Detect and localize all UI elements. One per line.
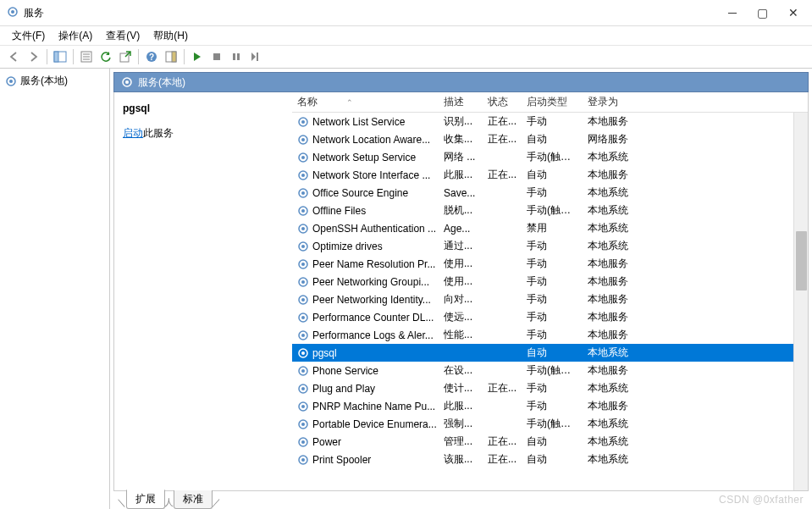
- service-row[interactable]: Peer Name Resolution Pr...使用...手动本地服务: [292, 255, 808, 273]
- service-desc: 在设...: [439, 363, 483, 378]
- svg-point-18: [9, 80, 13, 83]
- menu-help[interactable]: 帮助(H): [148, 27, 193, 45]
- col-startup[interactable]: 启动类型: [522, 92, 583, 112]
- vertical-scrollbar[interactable]: [793, 113, 808, 490]
- service-row[interactable]: Print Spooler该服...正在...自动本地系统: [292, 451, 808, 468]
- service-logon: 本地服务: [583, 363, 650, 378]
- service-desc: 使远...: [439, 310, 483, 324]
- show-hide-tree-button[interactable]: [51, 47, 69, 66]
- service-logon: 本地服务: [583, 310, 650, 324]
- service-status: 正在...: [483, 132, 522, 147]
- service-row[interactable]: Portable Device Enumera...强制...手动(触发...本…: [292, 415, 808, 433]
- menu-action[interactable]: 操作(A): [53, 27, 97, 45]
- service-row[interactable]: Network List Service识别...正在...手动本地服务: [292, 113, 808, 130]
- maximize-button[interactable]: ▢: [757, 6, 768, 19]
- service-row[interactable]: PNRP Machine Name Pu...此服...手动本地服务: [292, 397, 808, 415]
- service-logon: 本地系统: [583, 417, 650, 431]
- service-name: Performance Counter DL...: [312, 312, 434, 324]
- service-startup: 手动: [522, 114, 583, 129]
- tab-extended[interactable]: 扩展: [126, 490, 165, 509]
- service-name: Peer Networking Groupi...: [312, 276, 429, 288]
- service-row[interactable]: Office Source EngineSave...手动本地系统: [292, 184, 808, 202]
- toolbar: ?: [0, 45, 812, 69]
- close-button[interactable]: ✕: [788, 6, 798, 19]
- service-logon: 本地系统: [583, 185, 650, 200]
- service-startup: 手动: [522, 185, 583, 200]
- scrollbar-thumb[interactable]: [796, 231, 807, 290]
- action-line: 启动此服务: [123, 126, 284, 141]
- start-link[interactable]: 启动: [123, 127, 143, 139]
- service-row[interactable]: pgsql自动本地系统: [292, 344, 808, 362]
- gear-icon: [297, 223, 309, 235]
- service-startup: 手动(触发...: [522, 203, 583, 218]
- action-pane-button[interactable]: [162, 47, 180, 66]
- properties-button[interactable]: [77, 47, 96, 66]
- svg-point-1: [11, 10, 14, 14]
- service-startup: 手动: [522, 239, 583, 253]
- svg-point-52: [301, 387, 305, 390]
- gear-icon: [297, 383, 309, 395]
- service-row[interactable]: OpenSSH Authentication ...Age...禁用本地系统: [292, 219, 808, 237]
- service-name: Office Source Engine: [312, 187, 408, 199]
- service-row[interactable]: Peer Networking Identity...向对...手动本地服务: [292, 290, 808, 308]
- col-desc[interactable]: 描述: [439, 92, 483, 112]
- service-desc: 使用...: [439, 274, 483, 289]
- svg-point-48: [301, 351, 305, 355]
- export-button[interactable]: [116, 47, 135, 66]
- menu-file[interactable]: 文件(F): [7, 27, 50, 45]
- service-row[interactable]: Power管理...正在...自动本地系统: [292, 433, 808, 451]
- col-status[interactable]: 状态: [483, 92, 522, 112]
- refresh-button[interactable]: [97, 47, 115, 66]
- svg-point-22: [301, 120, 305, 124]
- list-body[interactable]: Network List Service识别...正在...手动本地服务Netw…: [292, 113, 808, 490]
- back-button[interactable]: [5, 47, 24, 66]
- restart-service-button[interactable]: [246, 47, 265, 66]
- pane-header-title: 服务(本地): [138, 75, 185, 90]
- detail-panel: pgsql 启动此服务: [114, 92, 292, 490]
- service-row[interactable]: Optimize drives通过...手动本地系统: [292, 237, 808, 255]
- service-name: Network Store Interface ...: [312, 169, 430, 181]
- service-startup: 禁用: [522, 221, 583, 235]
- service-name: Network Location Aware...: [312, 134, 430, 146]
- service-status: 正在...: [483, 114, 522, 129]
- service-row[interactable]: Network Location Aware...收集...正在...自动网络服…: [292, 130, 808, 148]
- col-name[interactable]: 名称⌃: [292, 92, 439, 112]
- forward-button[interactable]: [25, 47, 43, 66]
- service-desc: 向对...: [439, 292, 483, 307]
- service-row[interactable]: Performance Logs & Aler...性能...手动本地服务: [292, 326, 808, 344]
- service-row[interactable]: Network Store Interface ...此服...正在...自动本…: [292, 166, 808, 184]
- minimize-button[interactable]: ─: [728, 6, 737, 19]
- service-startup: 手动: [522, 292, 583, 307]
- stop-service-button[interactable]: [207, 47, 226, 66]
- window-controls: ─ ▢ ✕: [728, 6, 805, 19]
- service-name: OpenSSH Authentication ...: [312, 223, 436, 235]
- help-button[interactable]: ?: [142, 47, 161, 66]
- service-row[interactable]: Plug and Play使计...正在...手动本地系统: [292, 379, 808, 397]
- service-name: pgsql: [312, 347, 337, 359]
- tree-root-item[interactable]: 服务(本地): [2, 72, 108, 90]
- service-row[interactable]: Performance Counter DL...使远...手动本地服务: [292, 308, 808, 326]
- service-row[interactable]: Network Setup Service网络 ...手动(触发...本地系统: [292, 148, 808, 166]
- svg-point-20: [125, 80, 129, 84]
- service-row[interactable]: Peer Networking Groupi...使用...手动本地服务: [292, 273, 808, 290]
- menu-view[interactable]: 查看(V): [101, 27, 145, 45]
- start-service-button[interactable]: [188, 47, 207, 66]
- pause-service-button[interactable]: [227, 47, 246, 66]
- service-startup: 自动: [522, 168, 583, 182]
- service-row[interactable]: Phone Service在设...手动(触发...本地服务: [292, 362, 808, 379]
- service-desc: Save...: [439, 187, 483, 199]
- service-logon: 网络服务: [583, 132, 650, 147]
- service-logon: 本地系统: [583, 452, 650, 467]
- service-logon: 本地服务: [583, 328, 650, 342]
- tab-standard[interactable]: 标准: [174, 490, 213, 509]
- col-logon[interactable]: 登录为: [583, 92, 650, 112]
- service-logon: 本地系统: [583, 221, 650, 235]
- svg-point-34: [301, 227, 305, 230]
- service-startup: 手动: [522, 381, 583, 396]
- service-logon: 本地服务: [583, 168, 650, 182]
- svg-point-44: [301, 316, 305, 319]
- service-startup: 自动: [522, 434, 583, 449]
- svg-point-30: [301, 191, 305, 195]
- gear-icon: [297, 116, 309, 128]
- service-row[interactable]: Offline Files脱机...手动(触发...本地系统: [292, 202, 808, 219]
